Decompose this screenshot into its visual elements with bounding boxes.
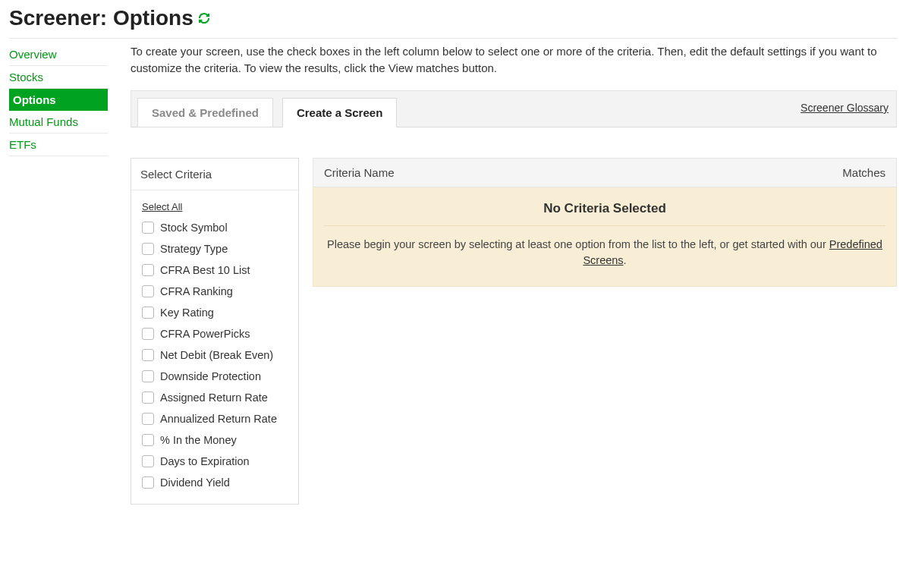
criteria-checkbox[interactable] (142, 370, 154, 382)
intro-text: To create your screen, use the check box… (131, 43, 897, 77)
criteria-item: Dividend Yield (142, 472, 288, 493)
criteria-label: Downside Protection (160, 370, 261, 382)
criteria-label: CFRA Ranking (160, 285, 233, 297)
criteria-list: Stock SymbolStrategy TypeCFRA Best 10 Li… (142, 217, 288, 493)
criteria-checkbox[interactable] (142, 307, 154, 319)
criteria-item: Annualized Return Rate (142, 408, 288, 429)
criteria-item: Stock Symbol (142, 217, 288, 238)
criteria-label: CFRA Best 10 List (160, 264, 250, 276)
no-criteria-title: No Criteria Selected (324, 201, 886, 225)
criteria-label: Assigned Return Rate (160, 391, 268, 404)
page-title-text: Screener: Options (9, 6, 193, 30)
criteria-checkbox[interactable] (142, 285, 154, 297)
sidebar-item-mutual-funds[interactable]: Mutual Funds (9, 111, 108, 134)
criteria-checkbox[interactable] (142, 328, 154, 340)
criteria-item: Assigned Return Rate (142, 387, 288, 408)
main-content: To create your screen, use the check box… (131, 43, 897, 505)
criteria-label: Annualized Return Rate (160, 413, 277, 425)
criteria-checkbox[interactable] (142, 413, 154, 425)
criteria-item: Days to Expiration (142, 451, 288, 472)
sidebar-item-etfs[interactable]: ETFs (9, 134, 108, 156)
results-panel: Criteria Name Matches No Criteria Select… (313, 158, 897, 288)
select-all-link[interactable]: Select All (142, 201, 182, 212)
sidebar: OverviewStocksOptionsMutual FundsETFs (9, 43, 108, 156)
criteria-label: Strategy Type (160, 243, 228, 255)
criteria-label: Dividend Yield (160, 476, 230, 489)
criteria-item: CFRA PowerPicks (142, 323, 288, 344)
results-header: Criteria Name Matches (313, 158, 897, 187)
sidebar-item-stocks[interactable]: Stocks (9, 66, 108, 89)
criteria-checkbox[interactable] (142, 349, 154, 361)
results-col-matches: Matches (842, 166, 886, 179)
title-divider (9, 38, 897, 39)
criteria-label: Key Rating (160, 307, 214, 319)
criteria-item: CFRA Best 10 List (142, 259, 288, 281)
results-col-name: Criteria Name (324, 166, 395, 179)
criteria-item: Strategy Type (142, 238, 288, 259)
no-criteria-text: Please begin your screen by selecting at… (324, 237, 886, 270)
no-criteria-text-prefix: Please begin your screen by selecting at… (327, 238, 829, 250)
refresh-icon[interactable] (198, 12, 210, 24)
criteria-checkbox[interactable] (142, 476, 154, 489)
criteria-label: Net Debit (Break Even) (160, 349, 273, 361)
tab-saved-predefined[interactable]: Saved & Predefined (137, 98, 273, 127)
criteria-checkbox[interactable] (142, 222, 154, 234)
page-title: Screener: Options (9, 6, 897, 38)
criteria-checkbox[interactable] (142, 243, 154, 255)
no-criteria-text-suffix: . (624, 254, 627, 266)
no-criteria-divider (324, 225, 886, 226)
criteria-label: CFRA PowerPicks (160, 328, 250, 340)
criteria-checkbox[interactable] (142, 391, 154, 404)
criteria-item: Key Rating (142, 302, 288, 323)
criteria-panel: Select Criteria Select All Stock SymbolS… (131, 158, 299, 505)
criteria-label: Stock Symbol (160, 222, 228, 234)
tabs-bar: Saved & Predefined Create a Screen Scree… (131, 90, 897, 127)
sidebar-item-overview[interactable]: Overview (9, 43, 108, 66)
sidebar-item-options[interactable]: Options (9, 89, 108, 111)
criteria-label: Days to Expiration (160, 455, 250, 467)
screener-glossary-link[interactable]: Screener Glossary (801, 102, 889, 121)
no-criteria-box: No Criteria Selected Please begin your s… (313, 187, 897, 288)
criteria-checkbox[interactable] (142, 434, 154, 446)
criteria-checkbox[interactable] (142, 264, 154, 276)
criteria-item: Net Debit (Break Even) (142, 344, 288, 366)
criteria-item: Downside Protection (142, 366, 288, 387)
tab-create-screen[interactable]: Create a Screen (282, 98, 397, 127)
criteria-label: % In the Money (160, 434, 237, 446)
criteria-checkbox[interactable] (142, 455, 154, 467)
criteria-item: % In the Money (142, 429, 288, 451)
criteria-panel-header: Select Criteria (131, 159, 298, 190)
criteria-item: CFRA Ranking (142, 281, 288, 302)
